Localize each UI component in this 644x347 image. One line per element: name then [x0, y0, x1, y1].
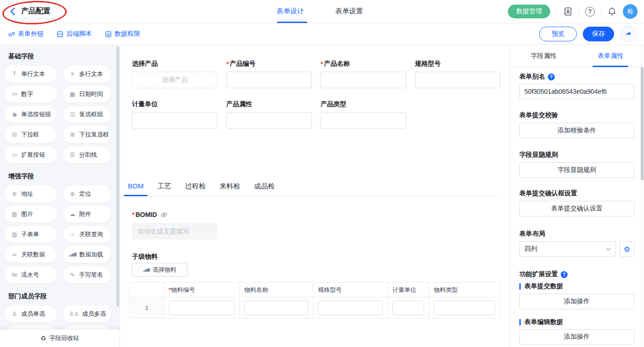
field-item-address[interactable]: ⊚地址 [5, 186, 57, 202]
col-material-code: *物料编号 [164, 283, 240, 297]
field-item-linked-data[interactable]: ∞关联数据 [5, 246, 57, 263]
field-item-text-single[interactable]: T单行文本 [5, 66, 57, 82]
field-item-attachment[interactable]: ☁附件 [63, 206, 111, 222]
unit-input[interactable] [132, 112, 218, 129]
back-button[interactable] [8, 6, 17, 17]
tab-incoming-check[interactable]: 来料检 [219, 182, 240, 196]
save-button[interactable]: 保存 [583, 27, 614, 41]
material-table-row: 1 [130, 297, 500, 319]
divider [601, 7, 601, 16]
col-unit: 计量单位 [388, 283, 429, 297]
field-item-divider-line[interactable]: ☰分割线 [63, 147, 111, 163]
tab-finished-check[interactable]: 成品检 [254, 182, 275, 196]
section-title-member-fields: 部门成员字段 [8, 292, 120, 300]
section-title-enhanced-fields: 增强字段 [8, 172, 120, 180]
material-spec-input[interactable] [318, 301, 383, 315]
field-item-data-load[interactable]: ▂▅▇数据加载 [63, 246, 111, 263]
divider [556, 7, 557, 16]
field-recycle-bin[interactable]: ♻ 字段回收站 [0, 330, 120, 347]
field-item-signature[interactable]: ✎手写签名 [63, 267, 111, 283]
tab-process-check[interactable]: 过程检 [185, 182, 206, 196]
sub-tab-bar: BOM 工艺 过程检 来料检 成品检 [123, 182, 500, 196]
field-library-sidebar: 基础字段 T单行文本 ≡多行文本 123数字 ▦日期时间 ◉单选按钮组 ☑复选框… [0, 45, 120, 347]
bomid-input [132, 223, 218, 239]
submit-validation-label: 表单提交校验 [519, 111, 558, 119]
form-alias-input[interactable] [519, 84, 634, 99]
material-type-input[interactable] [434, 301, 495, 315]
field-item-select[interactable]: ⊟下拉框 [5, 126, 57, 143]
field-item-number[interactable]: 123数字 [5, 86, 57, 102]
people-icon: ♙♙ [69, 311, 79, 317]
field-item-member-multi[interactable]: ♙♙成员多选 [63, 306, 111, 322]
material-unit-input[interactable] [392, 301, 424, 315]
field-item-multi-select[interactable]: ⊞下拉复选框 [63, 126, 111, 143]
field-item-serial-number[interactable]: №流水号 [5, 267, 57, 283]
data-manage-button[interactable]: 数据管理 [508, 5, 550, 18]
spec-model-input[interactable] [415, 72, 500, 88]
page-title: 产品配置 [21, 6, 51, 16]
field-item-text-multi[interactable]: ≡多行文本 [63, 66, 111, 82]
product-type-input[interactable] [321, 112, 406, 129]
tab-field-properties[interactable]: 字段属性 [510, 45, 577, 67]
product-name-input[interactable] [321, 72, 406, 88]
script-icon [57, 31, 63, 38]
field-item-image[interactable]: ▧图片 [5, 206, 57, 222]
submit-confirm-button[interactable]: 表单提交确认设置 [519, 201, 634, 216]
col-material-name: 物料名称 [240, 283, 313, 297]
user-avatar[interactable]: 检 [623, 4, 638, 19]
product-attr-input[interactable] [226, 112, 312, 129]
select-product-button[interactable]: 选择产品 [132, 72, 218, 88]
page-scrollbar-thumb[interactable] [641, 67, 644, 180]
data-permission-link[interactable]: 数据权限 [105, 30, 140, 38]
edit-data-label: 表单编辑数据 [519, 319, 634, 326]
preview-button[interactable]: 预览 [539, 27, 577, 41]
link-icon [8, 31, 15, 38]
add-edit-action-button[interactable]: 添加操作 [519, 329, 634, 345]
field-item-subform[interactable]: ▥子表单 [5, 226, 57, 243]
form-field-unit: 计量单位 [132, 100, 218, 129]
help-icon[interactable]: ? [585, 7, 595, 17]
material-name-input[interactable] [244, 301, 308, 315]
field-item-member-single[interactable]: ♙成员单选 [5, 306, 57, 322]
tab-process[interactable]: 工艺 [157, 182, 171, 196]
add-submit-action-button[interactable]: 添加操作 [519, 294, 634, 309]
visibility-rules-button[interactable]: 字段显隐规则 [519, 162, 634, 178]
tab-form-design[interactable]: 表单设计 [276, 7, 304, 16]
form-external-link[interactable]: 表单外链 [8, 30, 44, 38]
tab-bom[interactable]: BOM [128, 182, 144, 196]
accent-bar [519, 283, 521, 290]
form-field-select-product: 选择产品 选择产品 [132, 60, 218, 88]
share-button[interactable] [620, 26, 637, 42]
form-alias-label-row: 表单别名 ? [519, 73, 634, 81]
material-table: *物料编号 物料名称 规格型号 计量单位 物料类型 1 [129, 282, 500, 319]
material-code-input[interactable] [169, 301, 235, 315]
address-book-icon[interactable] [563, 6, 573, 17]
notification-bell-icon[interactable] [607, 6, 617, 17]
field-item-extend-button[interactable]: ▭扩展按钮 [5, 147, 57, 163]
sidebar-scrollbar[interactable] [116, 46, 119, 307]
product-code-input[interactable] [226, 72, 312, 88]
field-item-datetime[interactable]: ▦日期时间 [63, 86, 111, 102]
select-material-button[interactable]: ▂▅▇ 选择物料 [132, 263, 188, 277]
page-scrollbar[interactable] [640, 45, 644, 347]
field-item-location[interactable]: ⊕定位 [63, 186, 111, 202]
form-toolbar: 表单外链 后端脚本 数据权限 预览 保存 [0, 23, 644, 45]
field-item-checkbox-group[interactable]: ☑复选框组 [63, 106, 111, 123]
calendar-icon: ▦ [69, 91, 76, 97]
field-item-linked-query[interactable]: ⌕关联查询 [63, 226, 111, 243]
field-item-radio-group[interactable]: ◉单选按钮组 [5, 106, 57, 123]
col-index [130, 283, 164, 297]
layout-select[interactable]: 四列 [519, 241, 616, 257]
number-icon: 123 [11, 92, 18, 96]
permission-icon [105, 31, 112, 38]
panel-tab-bar: 字段属性 表单属性 [510, 45, 644, 67]
map-pin-icon: ⊚ [11, 191, 18, 197]
multi-dropdown-icon: ⊞ [69, 132, 76, 137]
tab-form-properties[interactable]: 表单属性 [577, 45, 644, 67]
alias-help-icon[interactable]: ? [548, 74, 555, 80]
tab-form-settings[interactable]: 表单设置 [335, 7, 363, 16]
layout-settings-button[interactable]: ⚙ [620, 241, 634, 257]
add-validation-button[interactable]: 添加校验条件 [519, 123, 634, 138]
extension-help-icon[interactable]: ? [561, 271, 568, 278]
backend-script-link[interactable]: 后端脚本 [57, 30, 92, 38]
